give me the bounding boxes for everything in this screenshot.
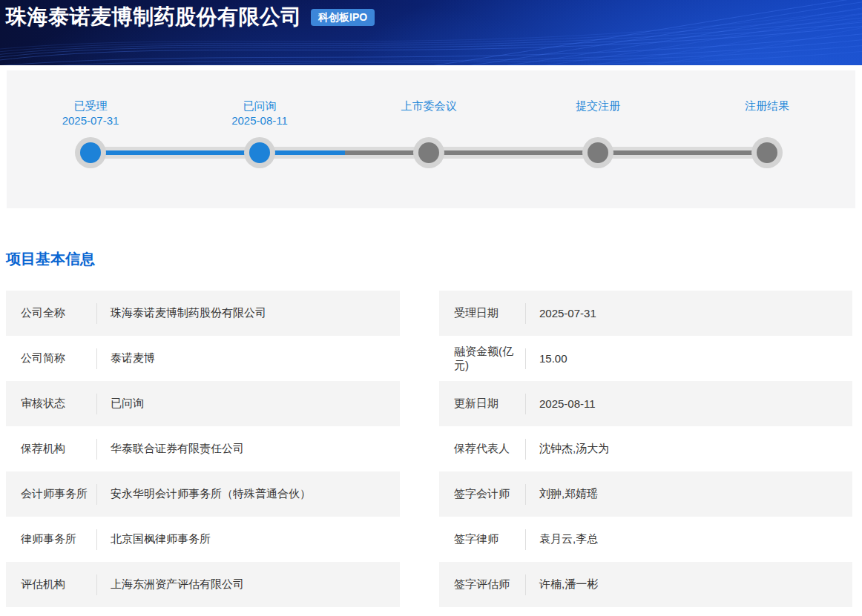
info-row-audit-status: 审核状态 已问询 xyxy=(6,381,400,426)
info-value: 2025-07-31 xyxy=(539,307,596,319)
divider xyxy=(96,574,97,595)
timeline-dot-registration-result xyxy=(751,137,783,168)
info-value: 已问询 xyxy=(111,397,144,411)
info-value: 15.00 xyxy=(539,352,567,365)
ipo-board-badge: 科创板IPO xyxy=(311,9,375,26)
page-header: 珠海泰诺麦博制药股份有限公司 科创板IPO xyxy=(0,0,862,65)
info-value: 安永华明会计师事务所（特殊普通合伙） xyxy=(111,487,311,501)
info-value: 北京国枫律师事务所 xyxy=(111,532,211,546)
info-value: 刘翀,郑婧瑶 xyxy=(539,487,598,501)
basic-info-left-column: 公司全称 珠海泰诺麦博制药股份有限公司 公司简称 泰诺麦博 审核状态 已问询 保… xyxy=(6,291,400,607)
timeline-stage-inquired: 已问询 2025-08-11 xyxy=(193,99,326,128)
divider xyxy=(525,348,526,369)
info-row-financing-amount: 融资金额(亿元) 15.00 xyxy=(439,336,852,381)
timeline-dot-committee-meeting xyxy=(413,137,444,168)
stage-date: 2025-07-31 xyxy=(24,113,157,128)
timeline-dot-submit-registration xyxy=(582,137,613,168)
info-label: 审核状态 xyxy=(21,397,96,411)
info-label: 保荐代表人 xyxy=(454,442,525,456)
info-row-appraisal-agency: 评估机构 上海东洲资产评估有限公司 xyxy=(6,562,400,607)
info-row-accounting-firm: 会计师事务所 安永华明会计师事务所（特殊普通合伙） xyxy=(6,471,400,517)
basic-info-right-column: 受理日期 2025-07-31 融资金额(亿元) 15.00 更新日期 2025… xyxy=(439,291,852,607)
stage-name: 注册结果 xyxy=(700,99,834,113)
timeline-progress-active xyxy=(91,150,345,155)
stage-name: 已问询 xyxy=(193,99,326,113)
info-value: 2025-08-11 xyxy=(539,397,596,410)
stage-date xyxy=(700,113,834,128)
timeline-stage-submit-registration: 提交注册 xyxy=(531,99,665,128)
stage-name: 提交注册 xyxy=(531,99,665,113)
basic-info-table: 公司全称 珠海泰诺麦博制药股份有限公司 公司简称 泰诺麦博 审核状态 已问询 保… xyxy=(6,291,852,607)
info-label: 受理日期 xyxy=(454,306,525,320)
info-value: 沈钟杰,汤大为 xyxy=(539,442,609,456)
stage-name: 上市委会议 xyxy=(362,99,496,113)
info-row-acceptance-date: 受理日期 2025-07-31 xyxy=(439,291,852,336)
divider xyxy=(96,303,97,324)
info-value: 泰诺麦博 xyxy=(111,351,155,365)
info-label: 签字评估师 xyxy=(454,577,525,592)
stage-date xyxy=(362,113,496,128)
divider xyxy=(96,529,97,550)
divider xyxy=(525,303,526,324)
info-label: 融资金额(亿元) xyxy=(454,345,525,373)
timeline-dot-accepted xyxy=(75,137,106,168)
info-row-signing-lawyers: 签字律师 袁月云,李总 xyxy=(439,517,852,562)
timeline-stage-registration-result: 注册结果 xyxy=(700,99,834,128)
divider xyxy=(96,439,97,460)
divider xyxy=(525,574,526,595)
divider xyxy=(96,348,97,369)
info-row-sponsor-representatives: 保荐代表人 沈钟杰,汤大为 xyxy=(439,426,852,471)
ipo-progress-timeline: 已受理 2025-07-31 已问询 2025-08-11 上市委会议 提交注册… xyxy=(7,70,855,208)
info-row-company-short-name: 公司简称 泰诺麦博 xyxy=(6,336,400,381)
page-title: 珠海泰诺麦博制药股份有限公司 xyxy=(6,4,302,30)
divider xyxy=(525,484,526,505)
info-row-company-full-name: 公司全称 珠海泰诺麦博制药股份有限公司 xyxy=(6,291,400,336)
info-label: 公司简称 xyxy=(21,351,96,365)
info-row-sponsor: 保荐机构 华泰联合证券有限责任公司 xyxy=(6,426,400,471)
info-row-update-date: 更新日期 2025-08-11 xyxy=(439,381,852,426)
info-row-signing-appraisers: 签字评估师 许楠,潘一彬 xyxy=(439,562,852,607)
info-value: 袁月云,李总 xyxy=(539,532,598,546)
info-row-law-firm: 律师事务所 北京国枫律师事务所 xyxy=(6,517,400,562)
timeline-dot-inquired xyxy=(244,137,275,168)
info-value: 珠海泰诺麦博制药股份有限公司 xyxy=(111,306,266,320)
divider xyxy=(96,394,97,414)
section-title-basic-info: 项目基本信息 xyxy=(6,249,95,269)
timeline-stage-accepted: 已受理 2025-07-31 xyxy=(24,99,157,128)
info-label: 律师事务所 xyxy=(21,532,96,546)
stage-date xyxy=(531,113,665,128)
info-label: 签字会计师 xyxy=(454,487,525,501)
divider xyxy=(525,529,526,550)
divider xyxy=(525,439,526,460)
stage-date: 2025-08-11 xyxy=(193,113,326,128)
timeline-stage-committee-meeting: 上市委会议 xyxy=(362,99,496,128)
info-value: 华泰联合证券有限责任公司 xyxy=(111,442,244,456)
divider xyxy=(96,484,97,505)
info-value: 许楠,潘一彬 xyxy=(539,577,598,592)
info-label: 更新日期 xyxy=(454,397,525,411)
divider xyxy=(525,394,526,414)
timeline-progress-inactive xyxy=(345,150,767,155)
info-label: 保荐机构 xyxy=(21,442,96,456)
info-row-signing-accountants: 签字会计师 刘翀,郑婧瑶 xyxy=(439,471,852,517)
info-label: 公司全称 xyxy=(21,306,96,320)
info-label: 评估机构 xyxy=(21,577,96,592)
info-label: 会计师事务所 xyxy=(21,487,96,501)
stage-name: 已受理 xyxy=(24,99,157,113)
info-label: 签字律师 xyxy=(454,532,525,546)
info-value: 上海东洲资产评估有限公司 xyxy=(111,577,244,592)
